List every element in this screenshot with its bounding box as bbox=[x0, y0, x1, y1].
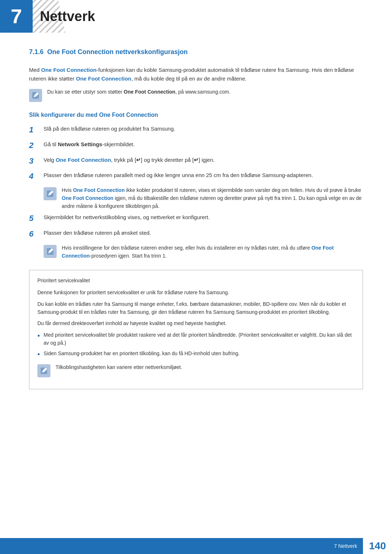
footer-chapter-label: 7 Nettverk bbox=[328, 538, 363, 554]
step-4: 4 Plasser den trådløse ruteren parallelt… bbox=[29, 171, 363, 182]
box-note-block: Tilkoblingshastigheten kan variere etter… bbox=[37, 364, 355, 377]
page-header: 7 Nettverk bbox=[0, 0, 392, 33]
pencil-icon-4 bbox=[46, 189, 54, 198]
step-number-3: 3 bbox=[29, 156, 39, 167]
intro-paragraph: Med One Foot Connection-funksjonen kan d… bbox=[29, 66, 363, 83]
section-heading: 7.1.6 One Foot Connection nettverkskonfi… bbox=[29, 47, 363, 59]
step-5: 5 Skjermbildet for nettverkstilkobling v… bbox=[29, 213, 363, 224]
ofc-bold-note1: One Foot Connection bbox=[124, 89, 175, 95]
bullet-item-2: • Siden Samsung-produktet har en priorit… bbox=[37, 350, 355, 358]
priority-service-box: Prioritert servicekvalitet Denne funksjo… bbox=[29, 270, 363, 389]
step-number-4: 4 bbox=[29, 171, 39, 182]
box-note-text: Tilkoblingshastigheten kan variere etter… bbox=[56, 364, 182, 372]
box-para-3: Du får dermed direkteoverført innhold av… bbox=[37, 320, 355, 328]
bullet-list: • Med prioritert servicekvalitet blir pr… bbox=[37, 331, 355, 358]
box-title: Prioritert servicekvalitet bbox=[37, 277, 355, 284]
ofc-term-2: One Foot Connection bbox=[76, 75, 131, 82]
note-icon-4 bbox=[44, 187, 57, 200]
bullet-dot-1: • bbox=[37, 331, 40, 340]
steps-list: 1 Slå på den trådløse ruteren og produkt… bbox=[29, 124, 363, 260]
note-text-1: Du kan se etter utstyr som støtter One F… bbox=[47, 88, 230, 96]
chapter-number-box: 7 bbox=[0, 0, 33, 33]
note-icon-1 bbox=[29, 89, 42, 102]
page-footer: 7 Nettverk 140 bbox=[0, 538, 392, 554]
step-number-6: 6 bbox=[29, 229, 39, 240]
ofc-term-1: One Foot Connection bbox=[41, 67, 96, 73]
step-text-5: Skjermbildet for nettverkstilkobling vis… bbox=[44, 213, 363, 222]
chapter-number: 7 bbox=[11, 1, 22, 32]
note-block-1: Du kan se etter utstyr som støtter One F… bbox=[29, 88, 363, 102]
bullet-text-1: Med prioritert servicekvalitet blir prod… bbox=[44, 331, 355, 347]
step-3: 3 Velg One Foot Connection, trykk på [↵]… bbox=[29, 156, 363, 167]
page-number: 140 bbox=[363, 538, 392, 554]
bullet-text-2: Siden Samsung-produktet har en prioriter… bbox=[44, 350, 240, 358]
step-6-note: Hvis innstillingene for den trådløse rut… bbox=[44, 244, 363, 260]
section-title: One Foot Connection nettverkskonfigurasj… bbox=[47, 48, 188, 56]
step-number-5: 5 bbox=[29, 213, 39, 224]
step-text-1: Slå på den trådløse ruteren og produktet… bbox=[44, 124, 363, 133]
note-icon-box bbox=[37, 364, 50, 377]
bullet-dot-2: • bbox=[37, 350, 40, 358]
step-text-6: Plasser den trådløse ruteren på ønsket s… bbox=[44, 229, 363, 237]
step-4-note: Hvis One Foot Connection ikke kobler pro… bbox=[44, 186, 363, 210]
step-text-2: Gå til Network Settings-skjermbildet. bbox=[44, 140, 363, 149]
section-id: 7.1.6 bbox=[29, 48, 44, 56]
pencil-icon-6 bbox=[46, 247, 54, 256]
bullet-item-1: • Med prioritert servicekvalitet blir pr… bbox=[37, 331, 355, 347]
note-text-4: Hvis One Foot Connection ikke kobler pro… bbox=[62, 186, 363, 210]
note-text-6: Hvis innstillingene for den trådløse rut… bbox=[62, 244, 363, 260]
step-number-1: 1 bbox=[29, 124, 39, 136]
step-text-3: Velg One Foot Connection, trykk på [↵] o… bbox=[44, 156, 363, 164]
main-content: 7.1.6 One Foot Connection nettverkskonfi… bbox=[0, 47, 392, 418]
pencil-icon-box bbox=[40, 366, 48, 375]
step-6: 6 Plasser den trådløse ruteren på ønsket… bbox=[29, 229, 363, 240]
step-number-2: 2 bbox=[29, 140, 39, 151]
step-1: 1 Slå på den trådløse ruteren og produkt… bbox=[29, 124, 363, 136]
chapter-title: Nettverk bbox=[40, 6, 95, 27]
step-text-4: Plasser den trådløse ruteren parallelt m… bbox=[44, 171, 363, 180]
box-para-1: Denne funksjonen for prioritert servicek… bbox=[37, 289, 355, 297]
step-2: 2 Gå til Network Settings-skjermbildet. bbox=[29, 140, 363, 151]
pencil-icon bbox=[31, 91, 40, 100]
note-icon-6 bbox=[44, 245, 57, 258]
sub-section-heading: Slik konfigurerer du med One Foot Connec… bbox=[29, 111, 363, 119]
box-para-2: Du kan koble en trådløs ruter fra Samsun… bbox=[37, 300, 355, 316]
